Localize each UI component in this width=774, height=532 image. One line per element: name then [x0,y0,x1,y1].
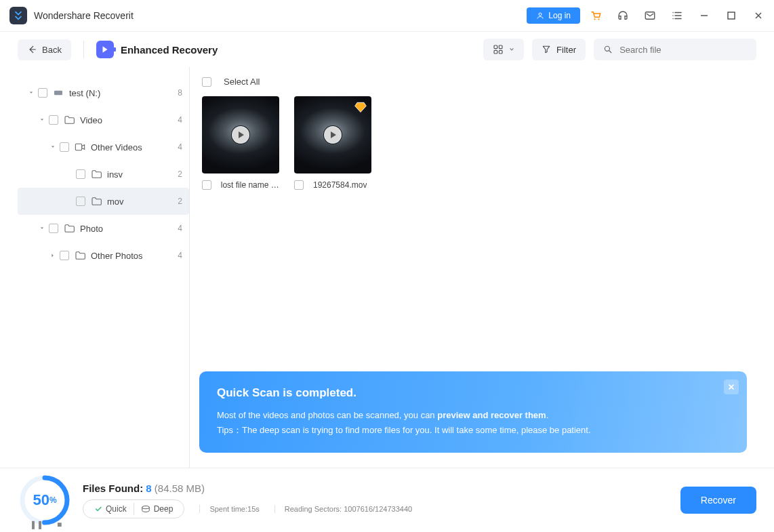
deep-scan-option[interactable]: Deep [134,503,180,515]
stop-scan-button[interactable]: ■ [57,520,62,529]
video-icon [75,142,85,152]
mode-icon [96,41,114,58]
banner-title: Quick Scan is completed. [217,386,729,400]
tree-item-video[interactable]: Video4 [18,106,189,134]
svg-rect-4 [728,12,735,19]
tree-checkbox[interactable] [76,169,85,179]
banner-line2: Tips：The deep scan is trying to find mor… [217,423,729,438]
login-button[interactable]: Log in [527,7,580,24]
scan-mode-pill[interactable]: Quick Deep [83,499,184,518]
premium-badge-icon [354,100,367,114]
tree-caret-icon[interactable] [65,170,73,178]
tree-caret-icon[interactable] [49,251,57,260]
svg-point-9 [605,46,609,51]
search-icon [603,44,613,55]
tree-label: Other Videos [91,142,142,152]
title-bar: Wondershare Recoverit Log in [0,0,774,32]
tree-caret-icon[interactable] [38,116,46,124]
play-icon [324,126,342,144]
tree-item-photo[interactable]: Photo4 [18,215,189,242]
file-thumbnail[interactable] [294,96,371,173]
folder-icon [64,115,75,125]
tree-item-mov[interactable]: mov2 [18,188,189,215]
tree-count: 4 [178,251,182,260]
minimize-icon[interactable] [698,9,710,22]
svg-point-2 [598,18,599,20]
file-thumbnail[interactable] [202,96,279,173]
reading-sectors: Reading Sectors: 1007616/124733440 [274,505,412,513]
tree-item-other-photos[interactable]: Other Photos4 [18,242,189,269]
tree-caret-icon[interactable] [65,197,73,205]
tree-caret-icon[interactable] [49,143,57,151]
file-card[interactable]: lost file name (... [202,96,279,190]
support-icon[interactable] [617,9,629,22]
toolbar-divider [83,41,84,58]
recover-button[interactable]: Recover [680,487,756,514]
file-checkbox[interactable] [294,180,304,190]
file-checkbox[interactable] [202,180,211,190]
tree-checkbox[interactable] [49,224,58,233]
folder-icon [91,169,102,180]
toolbar: Back Enhanced Recovery Filter [0,32,774,67]
file-card[interactable]: 19267584.mov [294,96,371,190]
tree-item-test-n-[interactable]: test (N:)8 [18,79,189,106]
tree-item-insv[interactable]: insv2 [18,161,189,188]
tree-label: mov [107,197,124,207]
folder-icon [75,250,85,261]
tree-caret-icon[interactable] [27,89,35,97]
view-toggle-button[interactable] [483,39,524,60]
tree-caret-icon[interactable] [38,224,46,232]
sidebar: test (N:)8Video4Other Videos4insv2mov2Ph… [18,67,190,468]
search-input[interactable] [619,45,747,55]
login-label: Log in [548,11,571,20]
cart-icon[interactable] [590,9,602,22]
tree-count: 4 [178,115,182,125]
tree-label: Other Photos [91,251,143,261]
chevron-down-icon [509,47,514,52]
progress-ring: 50% [18,473,72,527]
maximize-icon[interactable] [725,9,737,22]
scan-complete-banner: Quick Scan is completed. Most of the vid… [199,371,747,453]
tree-count: 8 [178,88,182,98]
file-name: lost file name (... [221,180,279,190]
tree-checkbox[interactable] [49,115,58,125]
svg-rect-10 [54,91,62,96]
banner-close-button[interactable] [724,380,739,394]
svg-rect-8 [499,50,502,54]
tree-count: 2 [178,169,182,179]
svg-rect-7 [494,50,497,54]
close-icon[interactable] [752,9,765,22]
tree-count: 4 [178,142,182,152]
select-all-checkbox[interactable] [202,77,211,87]
tree-checkbox[interactable] [76,197,85,206]
tree-checkbox[interactable] [60,142,69,152]
list-icon[interactable] [671,9,683,22]
mail-icon[interactable] [644,9,656,22]
svg-point-14 [142,506,149,508]
svg-rect-11 [75,144,81,150]
file-grid: lost file name (...19267584.mov [202,96,744,190]
back-button[interactable]: Back [18,39,71,60]
banner-line1: Most of the videos and photos can be sca… [217,408,729,423]
svg-point-0 [539,13,542,16]
tree-checkbox[interactable] [38,88,47,98]
svg-rect-6 [499,45,502,49]
folder-icon [64,223,75,234]
tree-count: 2 [178,197,182,206]
filter-label: Filter [556,45,576,55]
play-icon [232,126,249,144]
select-all-row: Select All [202,77,744,87]
app-logo [9,7,27,24]
filter-button[interactable]: Filter [532,39,586,60]
quick-scan-option[interactable]: Quick [87,503,134,515]
tree-label: insv [107,169,123,180]
tree-label: Video [80,115,102,125]
footer: 50% Files Found: 8 (84.58 MB) Quick Deep… [0,468,774,532]
tree-checkbox[interactable] [60,251,69,260]
svg-rect-5 [494,45,497,49]
select-all-label: Select All [224,77,260,87]
svg-point-1 [594,18,595,20]
search-wrap [594,39,756,60]
tree-item-other-videos[interactable]: Other Videos4 [18,134,189,161]
pause-scan-button[interactable]: ❚❚ [30,520,43,529]
